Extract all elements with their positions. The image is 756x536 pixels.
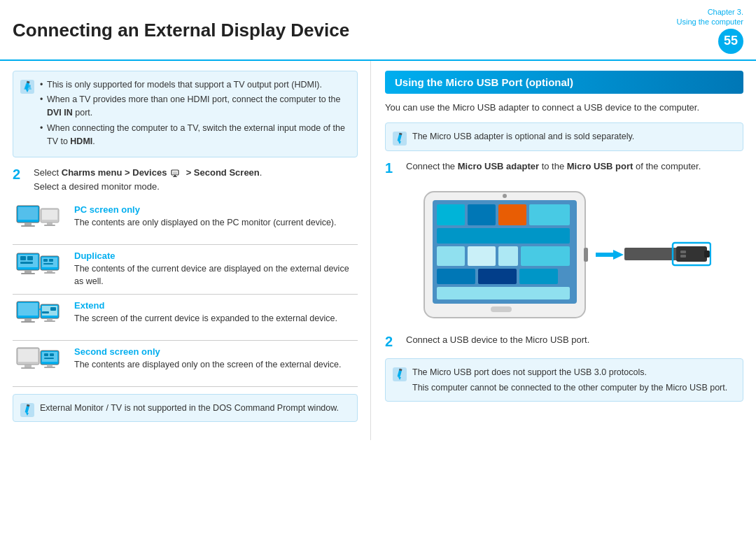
mode-desc-duplicate: The contents of the current device are d… [74, 262, 355, 288]
svg-rect-73 [478, 269, 517, 284]
svg-rect-6 [174, 175, 176, 176]
svg-rect-20 [27, 256, 33, 260]
svg-rect-29 [47, 270, 52, 272]
note-item-3: When connecting the computer to a TV, sw… [40, 122, 349, 148]
extend-icon [15, 300, 66, 332]
right-step-1-text: Connect the Micro USB adapter to the Mic… [406, 160, 743, 174]
svg-rect-81 [676, 246, 707, 262]
devices-icon [171, 168, 182, 179]
svg-rect-45 [21, 367, 35, 369]
pencil-icon-4 [391, 366, 408, 383]
device-image-area [385, 185, 743, 325]
mode-label-pc-only: PC screen only [74, 204, 355, 215]
step-2-number: 2 [13, 166, 29, 183]
page-header: Connecting an External Display Device Ch… [0, 0, 756, 61]
svg-rect-65 [498, 204, 526, 225]
pencil-icon [19, 78, 36, 95]
svg-rect-75 [437, 287, 570, 299]
svg-rect-83 [680, 255, 686, 258]
right-step-2-number: 2 [385, 333, 402, 350]
right-intro: You can use the Micro USB adapter to con… [385, 101, 743, 115]
mode-icon-cell-second-only [13, 340, 69, 386]
svg-rect-84 [704, 251, 710, 258]
monitor-modes-table: PC screen only The contents are only dis… [13, 199, 358, 386]
svg-point-77 [503, 194, 507, 198]
svg-rect-10 [24, 223, 31, 225]
svg-rect-15 [44, 225, 55, 226]
svg-rect-30 [44, 272, 55, 274]
right-note-1-text: The Micro USB adapter is optional and is… [412, 132, 634, 141]
svg-rect-52 [44, 367, 55, 368]
mode-label-extend: Extend [74, 300, 355, 311]
mode-row-second-only: Second screen only The contents are disp… [13, 340, 358, 386]
svg-rect-51 [47, 365, 52, 367]
svg-rect-7 [173, 176, 177, 177]
mode-text-cell-extend: Extend The screen of the current device … [69, 294, 358, 340]
svg-rect-47 [42, 352, 57, 362]
svg-rect-40 [44, 320, 55, 322]
right-step-2-container: 2 Connect a USB device to the Micro USB … [385, 333, 743, 350]
pencil-icon-3 [391, 130, 408, 147]
svg-rect-37 [50, 307, 56, 311]
svg-rect-74 [519, 269, 558, 284]
right-note-2-line2: This computer cannot be connected to the… [412, 381, 734, 395]
mode-icon-cell-extend [13, 294, 69, 340]
step-2-subtext: Select a desired monitor mode. [34, 181, 160, 192]
svg-rect-70 [498, 246, 518, 266]
svg-rect-66 [529, 204, 570, 225]
svg-rect-38 [42, 311, 49, 313]
svg-rect-82 [680, 251, 686, 253]
svg-marker-79 [596, 250, 624, 260]
main-content: This is only supported for models that s… [0, 61, 756, 441]
page-title: Connecting an External Display Device [13, 20, 670, 41]
right-step-1-container: 1 Connect the Micro USB adapter to the M… [385, 160, 743, 176]
svg-rect-26 [43, 259, 48, 262]
mode-row-extend: Extend The screen of the current device … [13, 294, 358, 340]
svg-rect-64 [468, 204, 496, 225]
svg-rect-48 [44, 353, 48, 356]
right-step-2-text: Connect a USB device to the Micro USB po… [406, 333, 743, 347]
mode-desc-extend: The screen of the current device is expa… [74, 312, 355, 325]
note-item-2: When a TV provides more than one HDMI po… [40, 93, 349, 120]
right-step-1-number: 1 [385, 160, 402, 176]
right-note-2-line1: The Micro USB port does not support the … [412, 366, 734, 379]
svg-rect-16 [18, 207, 38, 220]
pc-only-icon [15, 204, 66, 237]
svg-rect-23 [21, 273, 35, 274]
svg-rect-39 [47, 318, 52, 320]
mode-icon-cell-pc-only [13, 199, 69, 245]
svg-rect-21 [20, 262, 33, 264]
pencil-icon-2 [19, 402, 36, 418]
right-column: Using the Micro USB Port (optional) You … [371, 61, 756, 441]
svg-rect-14 [47, 223, 52, 225]
mode-row-pc-only: PC screen only The contents are only dis… [13, 199, 358, 245]
mode-label-second-only: Second screen only [74, 346, 355, 357]
tablet-usb-diagram [417, 185, 711, 325]
chapter-badge: Chapter 3. Using the computer 55 [677, 7, 743, 54]
svg-rect-63 [437, 204, 465, 225]
svg-rect-34 [21, 321, 35, 323]
svg-rect-43 [18, 349, 38, 362]
svg-rect-5 [173, 171, 177, 174]
right-note-box-1: The Micro USB adapter is optional and is… [385, 122, 743, 151]
mode-desc-second-only: The contents are displayed only on the s… [74, 358, 355, 371]
mode-text-cell-second-only: Second screen only The contents are disp… [69, 340, 358, 386]
step-2-container: 2 Select Charms menu > Devices > Second … [13, 166, 358, 193]
svg-rect-27 [49, 259, 53, 262]
second-only-icon [15, 346, 66, 379]
left-column: This is only supported for models that s… [0, 61, 371, 441]
svg-rect-22 [24, 270, 31, 273]
svg-rect-68 [437, 246, 465, 266]
note-list-1: This is only supported for models that s… [40, 78, 349, 148]
mode-desc-pc-only: The contents are only displayed on the P… [74, 216, 355, 229]
duplicate-icon [15, 252, 66, 284]
note-box-2: External Monitor / TV is not supported i… [13, 394, 358, 423]
mode-text-cell-pc-only: PC screen only The contents are only dis… [69, 199, 358, 245]
svg-rect-11 [21, 225, 35, 227]
note-box-1: This is only supported for models that s… [13, 71, 358, 158]
chapter-line2: Using the computer [677, 17, 743, 27]
svg-rect-33 [24, 318, 31, 321]
svg-rect-71 [521, 246, 570, 266]
chapter-line1: Chapter 3. [677, 7, 743, 17]
svg-rect-69 [468, 246, 496, 266]
